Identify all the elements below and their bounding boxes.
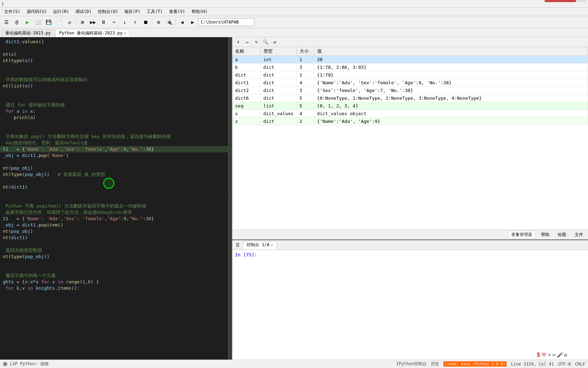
right-panel: ⬇ ✏ ✎ 🔍 ↺ 名称 类型 大小 值: [232, 37, 588, 360]
table-row[interactable]: z dict 2 {'Name':'Ada', 'Age':9}: [232, 118, 588, 125]
code-line: t1 = {'Name': 'Ada','Sex': 'female',"Age…: [0, 216, 232, 222]
toolbar-debug-run-btn[interactable]: ▶▶: [88, 17, 98, 27]
title-bar: ): [0, 0, 588, 8]
main-layout: dict1.values() nt(x) nt(type(x)) 字典的数据值可…: [0, 37, 588, 360]
col-header-size: 大小: [296, 47, 314, 56]
tab-files[interactable]: 文件: [572, 231, 586, 238]
cell-size: 4: [296, 110, 314, 118]
toolbar-stop2-btn[interactable]: ⏹: [141, 17, 151, 27]
code-line: Python 字典 popitem() 方法删除并返回字典中的最后一对键和值: [0, 203, 232, 209]
toolbar-settings-btn[interactable]: ⚙: [154, 17, 163, 27]
status-left: ⬤ LSP Python: 就绪: [3, 361, 49, 367]
menu-project[interactable]: 项目(P): [121, 8, 143, 15]
tabs-bar: 量化编程基础-2023.py Python 量化编程基础-2023.py ✕: [0, 28, 588, 37]
cell-name: x: [232, 110, 260, 118]
toolbar-save-btn[interactable]: 💾: [44, 17, 53, 27]
table-row[interactable]: dict1 dict 4 {'Name':'Ada', 'Sex':'femal…: [232, 79, 588, 87]
sep1: [76, 18, 76, 26]
code-line: _obj = dict1.popitem(): [0, 222, 232, 228]
console-output[interactable]: In [75]:: [232, 250, 588, 360]
menu-debug[interactable]: 调试(D): [73, 8, 94, 15]
toolbar-plug-btn[interactable]: 🔌: [164, 17, 174, 27]
code-line: 字典的数据值可以转换成列表后直接输出: [0, 77, 232, 83]
var-explorer: ⬇ ✏ ✎ 🔍 ↺ 名称 类型 大小 值: [232, 37, 588, 240]
var-import-btn[interactable]: ⬇: [234, 38, 242, 46]
menu-tools[interactable]: 工具(T): [144, 8, 166, 15]
cell-name: seq: [232, 102, 260, 110]
path-display: C:\Users\HTAPAB: [198, 18, 254, 26]
status-ipython-tab[interactable]: IPython控制台: [396, 361, 427, 367]
toolbar-step-out-btn[interactable]: ↑: [130, 17, 140, 27]
table-row[interactable]: dict6 dict 5 {0:NoneType, 1:NoneType, 2:…: [232, 94, 588, 102]
toolbar-forward-btn[interactable]: ▶: [188, 17, 198, 27]
tab-plot[interactable]: 绘图: [555, 231, 569, 238]
toolbar-split-btn[interactable]: ⊞: [78, 17, 87, 27]
table-row[interactable]: x dict_values 4 dict_values object: [232, 110, 588, 118]
menu-console[interactable]: 控制台(O): [95, 8, 121, 15]
code-line: nt(dict1): [0, 235, 232, 241]
code-editor[interactable]: dict1.values() nt(x) nt(type(x)) 字典的数据值可…: [0, 37, 232, 360]
code-line: nt(list(x)): [0, 83, 232, 89]
table-row[interactable]: dict2 dict 3 {'Sex':'female', 'Age':7, '…: [232, 87, 588, 94]
tab2-close[interactable]: ✕: [124, 31, 126, 35]
toolbar-step-over-btn[interactable]: ↷: [109, 17, 119, 27]
tab-var-manager[interactable]: 变量管理器: [508, 231, 535, 239]
var-bottom-tabs: 变量管理器 帮助 绘图 文件: [232, 230, 588, 239]
table-row[interactable]: dict dict 1 {1:78}: [232, 71, 588, 79]
collapse-btn[interactable]: ›: [228, 37, 232, 360]
console-prompt-line: In [75]:: [235, 252, 585, 257]
tab-file1[interactable]: 量化编程基础-2023.py: [1, 29, 55, 37]
toolbar-refresh-btn[interactable]: ↺: [65, 17, 74, 27]
table-row[interactable]: b dict 3 {1:78, 2:86, 3:93}: [232, 64, 588, 71]
console-tab-close[interactable]: ✕: [271, 243, 273, 247]
menu-help[interactable]: 帮助(H): [189, 8, 211, 15]
var-search-btn[interactable]: 🔍: [262, 38, 269, 46]
menu-run[interactable]: 运行(R): [50, 8, 72, 15]
toolbar-new-btn[interactable]: 📄: [54, 17, 64, 27]
var-refresh-btn[interactable]: ↺: [271, 38, 279, 46]
status-history-tab[interactable]: 历史: [431, 361, 439, 367]
cell-size: 3: [296, 64, 314, 71]
cell-type: dict: [260, 64, 296, 71]
menu-file[interactable]: 文件(S): [1, 8, 23, 15]
sep3: [175, 18, 176, 26]
code-line: [0, 197, 232, 203]
toolbar-list-btn[interactable]: ☰: [1, 17, 11, 27]
table-row[interactable]: seq list 5 [0, 1, 2, 3, 4]: [232, 102, 588, 110]
menu-view[interactable]: 查看(V): [166, 8, 188, 15]
cell-size: 2: [296, 118, 314, 125]
toolbar-back-btn[interactable]: ◀: [177, 17, 187, 27]
toolbar-step-into-btn[interactable]: ↓: [120, 17, 129, 27]
tab-help[interactable]: 帮助: [538, 231, 552, 238]
progress-bar: [544, 0, 587, 2]
status-bar: ⬤ LSP Python: 就绪 IPython控制台 历史 conda: ba…: [0, 360, 588, 368]
code-line: key值必须给出。否则，返回default值: [0, 140, 232, 146]
code-line: for k,v in knights.items():: [0, 285, 232, 291]
console-tabs-bar: ☰ 控制台 1/A ✕: [232, 240, 588, 250]
cell-value: dict_values object: [314, 110, 588, 118]
var-pencil-btn[interactable]: ✎: [253, 38, 260, 46]
in-label: In [75]:: [235, 252, 257, 257]
toolbar-stop-btn[interactable]: ⬜: [33, 17, 43, 27]
code-line: [0, 64, 232, 70]
var-toolbar: ⬇ ✏ ✎ 🔍 ↺: [232, 37, 588, 47]
toolbar-email-btn[interactable]: @: [12, 17, 22, 27]
console-menu-btn[interactable]: ☰: [234, 241, 241, 249]
var-edit-btn[interactable]: ✏: [243, 38, 251, 46]
toolbar-pause-btn[interactable]: ⏸: [99, 17, 108, 27]
toolbar-run-btn[interactable]: ▶: [22, 17, 32, 27]
sep2: [152, 18, 152, 26]
menu-source[interactable]: 源代码(U): [24, 8, 50, 15]
console-tab-1a[interactable]: 控制台 1/A ✕: [243, 241, 277, 249]
table-row[interactable]: a int 1 38: [232, 56, 588, 64]
code-line: for a in x:: [0, 108, 232, 114]
cell-type: dict: [260, 71, 296, 79]
cell-value: {'Name':'Ada', 'Sex':'female', 'Age':9, …: [314, 79, 588, 87]
ime-indicator: S 中 • ⌨ 🎤 ⊟: [537, 351, 567, 358]
code-line: nt(type(x)): [0, 58, 232, 64]
code-line: 返回元组类型数据: [0, 247, 232, 254]
cell-size: 1: [296, 56, 314, 64]
tab-file2[interactable]: Python 量化编程基础-2023.py ✕: [55, 29, 130, 37]
cell-value: [0, 1, 2, 3, 4]: [314, 102, 588, 110]
code-line: nt(pop_obj): [0, 165, 232, 171]
